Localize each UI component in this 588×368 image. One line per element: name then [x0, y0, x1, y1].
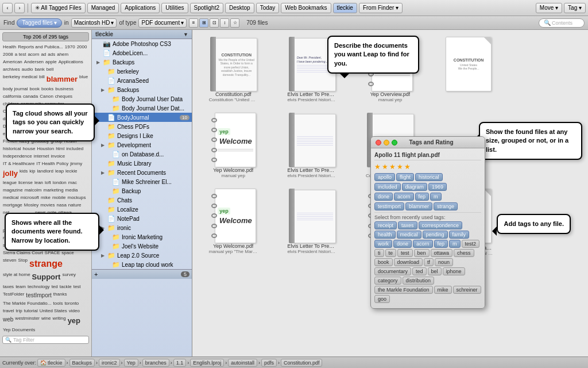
tag-item[interactable]: Stop	[18, 257, 28, 271]
nav-back-button[interactable]: ‹	[2, 3, 13, 13]
status-path-backups[interactable]: Backups	[69, 359, 95, 367]
tag-item[interactable]: audio	[21, 66, 34, 73]
tag-item[interactable]: Files	[53, 131, 64, 137]
tag-item[interactable]: historical	[2, 145, 22, 152]
tag-item[interactable]: malcolm	[24, 187, 42, 194]
tag-item[interactable]: book	[29, 86, 40, 93]
tag-item[interactable]: Applications	[58, 59, 84, 66]
flow-view-button[interactable]: ⊡	[210, 18, 219, 28]
recent-tag-fep2[interactable]: fep	[434, 240, 448, 248]
file-type-selector[interactable]: PDF document ▾	[138, 18, 187, 28]
tag-item[interactable]: license	[18, 179, 33, 186]
recent-tag-goo[interactable]: goo	[374, 295, 390, 303]
recent-tag-test2[interactable]: test2	[462, 240, 480, 248]
tag-item[interactable]: apple	[45, 59, 57, 66]
tag-button[interactable]: Tag ▾	[564, 3, 586, 13]
desktop-tab[interactable]: Desktop	[225, 3, 254, 13]
recent-tag-schreiner[interactable]: schreiner	[453, 286, 481, 294]
recent-tag-tf[interactable]: tf	[424, 258, 434, 266]
tag-item[interactable]: debug	[2, 116, 16, 122]
tag-item[interactable]: documentary	[48, 116, 76, 122]
star-filter-button[interactable]: ☆	[230, 18, 239, 28]
status-path-constitution[interactable]: Constitution.pdf	[281, 359, 323, 367]
applications-tab[interactable]: Applications	[121, 3, 160, 13]
status-path-yep[interactable]: Yep	[124, 359, 138, 367]
tag-item[interactable]: mortgage	[2, 202, 23, 209]
status-path-autoinstall[interactable]: autoinstall	[228, 359, 257, 367]
from-finder-tab[interactable]: From Finder ▾	[359, 3, 403, 13]
tag-item[interactable]: Yep Documents	[2, 327, 36, 334]
tag-item[interactable]: dvd	[40, 123, 49, 130]
tag-item[interactable]: health	[64, 138, 78, 145]
status-path-pdfs[interactable]: pdfs	[261, 359, 277, 367]
tag-blammer[interactable]: blammer	[46, 74, 78, 85]
tag-item[interactable]: writing	[52, 315, 67, 327]
recent-tag-documentary[interactable]: documentary	[374, 267, 411, 275]
source-item-arcanaseed[interactable]: 📄 ArcanaSeed	[92, 76, 192, 85]
tag-item[interactable]: Rob	[53, 235, 63, 241]
tag-item[interactable]: French	[2, 138, 18, 145]
tag-item[interactable]: TestFolder	[2, 291, 25, 300]
source-item-music[interactable]: 📁 Music Library	[92, 159, 192, 168]
tag-item[interactable]: taxes	[2, 283, 14, 290]
tag-item[interactable]: mobile	[52, 194, 67, 201]
tag-strange[interactable]: strange	[29, 257, 63, 271]
web-bookmarks-tab[interactable]: Web Bookmarks	[281, 3, 331, 13]
source-item-photoshop[interactable]: 📷 Adobe Photoshop CS3	[92, 39, 192, 48]
tag-chip-flight[interactable]: flight	[396, 173, 414, 181]
star-2[interactable]: ★	[382, 163, 388, 171]
tag-item[interactable]: nature	[68, 202, 82, 209]
tag-item[interactable]: bank	[34, 66, 45, 73]
star-3[interactable]: ★	[389, 163, 396, 171]
tag-item[interactable]: archives	[2, 66, 21, 73]
tag-item[interactable]: business	[55, 86, 74, 93]
recent-tag-ben[interactable]: ben	[414, 249, 430, 257]
tag-item[interactable]: education	[62, 123, 83, 130]
tag-item[interactable]: Independence	[2, 153, 33, 160]
source-item-designs[interactable]: 📁 Designs I Like	[92, 131, 192, 140]
tag-item[interactable]: note	[47, 209, 57, 227]
tag-item[interactable]: loft	[44, 179, 52, 186]
recent-tag-work[interactable]: work	[374, 240, 392, 248]
source-item-body-journal-data2[interactable]: 📁 Body Journal User Dat...	[92, 103, 192, 113]
source-item-backups[interactable]: ▶ 📁 Backups	[92, 57, 192, 67]
tag-item[interactable]: a test	[14, 51, 27, 58]
source-item-mike-schreiner[interactable]: 📄 Mike Schreiner El...	[92, 177, 192, 186]
file-item-constitution1[interactable]: CONSTITUTION We the People of the United…	[197, 34, 270, 105]
source-item-recent-docs[interactable]: ▶ 📁 Recent Documents	[92, 168, 192, 177]
source-item-chats[interactable]: 📁 Chats	[92, 195, 192, 205]
recent-tag-taxes[interactable]: taxes	[398, 221, 417, 229]
recent-tag-test3[interactable]: test	[397, 249, 413, 257]
tag-chip-apollo[interactable]: apollo	[374, 173, 395, 181]
tag-item[interactable]: Health	[2, 44, 17, 51]
tag-chip-diagram[interactable]: diagram	[402, 183, 428, 191]
tag-item[interactable]: community	[20, 101, 44, 108]
source-item-ironic[interactable]: ▶ 📁 ironic	[92, 223, 192, 232]
tag-item[interactable]: email	[13, 131, 25, 137]
recent-tag-ottawa[interactable]: ottawa	[431, 249, 453, 257]
tag-item[interactable]: ted	[51, 283, 59, 290]
tag-item[interactable]: employment	[26, 131, 52, 137]
tag-chip-done[interactable]: done	[374, 193, 393, 201]
tag-item[interactable]: Andersen	[24, 59, 44, 66]
tag-item[interactable]: space	[61, 250, 74, 256]
tag-item[interactable]: United States	[39, 308, 68, 315]
tag-item[interactable]: fuzzy	[18, 138, 30, 145]
star-4[interactable]: ★	[397, 163, 403, 171]
tag-item[interactable]: computer	[44, 101, 64, 108]
tag-item[interactable]: movies	[40, 202, 55, 209]
tag-item[interactable]: Dostoevsky	[2, 123, 27, 130]
search-box[interactable]: 🔍 Contents	[539, 18, 585, 28]
tag-item[interactable]: Presidente	[41, 227, 64, 234]
tag-item[interactable]: shopping	[37, 242, 56, 249]
tag-item[interactable]: lean	[34, 179, 44, 186]
recent-tag-te[interactable]: te	[385, 249, 397, 257]
recent-tag-ted[interactable]: ted	[412, 267, 427, 275]
tag-item[interactable]: test	[73, 283, 82, 290]
tag-item[interactable]: data	[78, 108, 88, 115]
add-source-button[interactable]: +	[94, 271, 98, 278]
tag-item[interactable]: news	[34, 209, 47, 227]
move-button[interactable]: Move ▾	[536, 3, 562, 13]
tag-item[interactable]: acorn	[27, 51, 40, 58]
tag-item[interactable]: earth	[49, 123, 61, 130]
